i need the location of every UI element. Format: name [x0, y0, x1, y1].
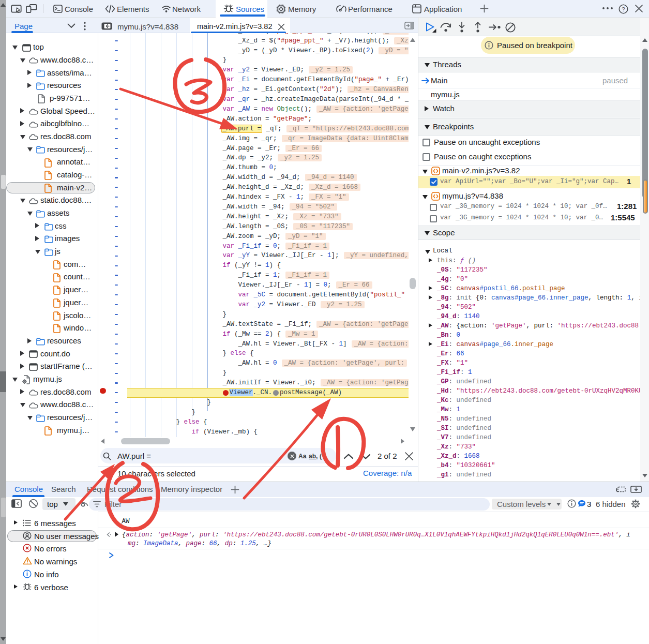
svg-text:?: ? [622, 6, 625, 12]
